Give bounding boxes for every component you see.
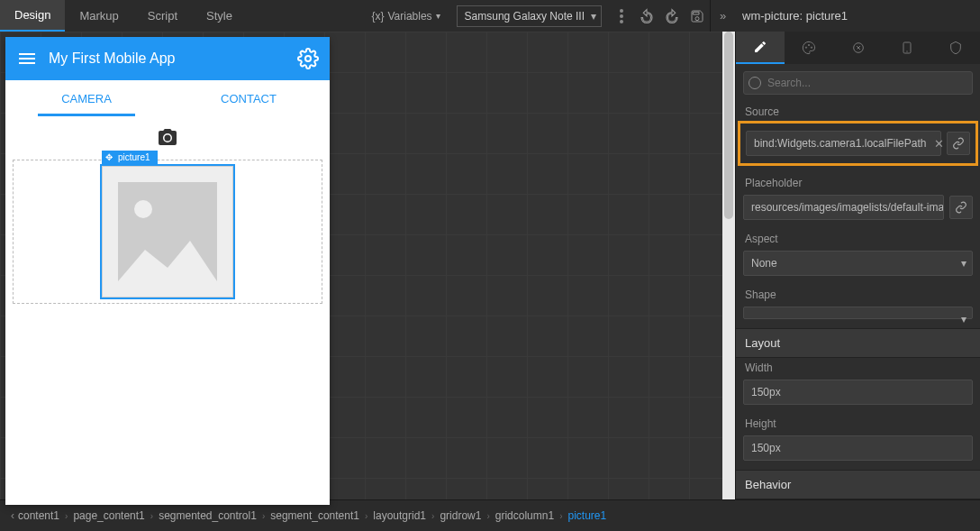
clear-icon[interactable]: ✕ xyxy=(934,137,944,151)
shape-select[interactable] xyxy=(743,307,973,319)
shape-field-row xyxy=(736,307,980,328)
svg-point-5 xyxy=(806,47,807,48)
segment-contact[interactable]: CONTACT xyxy=(168,80,330,116)
hamburger-icon[interactable] xyxy=(16,48,38,69)
top-bar: Design Markup Script Style {x} Variables… xyxy=(0,0,980,32)
breadcrumb-left[interactable]: ‹ xyxy=(7,509,18,522)
app-title: My First Mobile App xyxy=(49,50,297,67)
top-tabs: Design Markup Script Style xyxy=(0,0,247,32)
placeholder-label: Placeholder xyxy=(736,173,980,195)
shape-label: Shape xyxy=(736,285,980,307)
svg-point-3 xyxy=(305,56,311,61)
design-canvas[interactable]: My First Mobile App CAMERA CONTACT pictu… xyxy=(0,32,735,499)
tab-device[interactable] xyxy=(883,32,931,64)
source-field-row: bind:Widgets.camera1.localFilePath ✕ xyxy=(738,121,978,166)
bind-icon[interactable] xyxy=(947,132,970,155)
camera-row xyxy=(5,116,330,160)
properties-panel: Source bind:Widgets.camera1.localFilePat… xyxy=(735,32,980,499)
variables-label: Variables xyxy=(387,10,431,23)
aspect-field-row: None xyxy=(736,251,980,285)
placeholder-input[interactable]: resources/images/imagelists/default-imag… xyxy=(743,195,944,220)
side-panel-collapse[interactable]: » xyxy=(710,0,735,32)
chevron-right-icon: » xyxy=(720,9,726,23)
picture-widget[interactable]: picture1 xyxy=(100,164,235,299)
variables-icon: {x} xyxy=(371,10,384,23)
device-icon xyxy=(900,41,914,55)
widget-header-label: wm-picture: picture1 xyxy=(742,9,848,23)
tab-script[interactable]: Script xyxy=(133,0,192,32)
crumb-segment-content1[interactable]: segment_content1 xyxy=(270,509,359,522)
behavior-section-header[interactable]: Behavior xyxy=(736,470,980,499)
camera-icon[interactable] xyxy=(157,127,178,149)
tab-security[interactable] xyxy=(931,32,980,64)
svg-marker-4 xyxy=(118,241,217,281)
layout-section-header[interactable]: Layout xyxy=(736,328,980,358)
aspect-select[interactable]: None xyxy=(743,251,973,276)
app-header: My First Mobile App xyxy=(5,37,330,80)
device-frame: My First Mobile App CAMERA CONTACT pictu… xyxy=(5,37,330,505)
tab-markup[interactable]: Markup xyxy=(65,0,132,32)
crumb-page-content1[interactable]: page_content1 xyxy=(73,509,144,522)
width-label: Width xyxy=(736,358,980,380)
search-input[interactable] xyxy=(743,71,973,95)
placeholder-image-icon xyxy=(118,182,217,281)
crumb-layoutgrid1[interactable]: layoutgrid1 xyxy=(373,509,426,522)
tab-design[interactable]: Design xyxy=(0,0,65,32)
crumb-content1[interactable]: content1 xyxy=(18,509,59,522)
tab-events[interactable] xyxy=(833,32,882,64)
tab-style[interactable] xyxy=(785,32,833,64)
svg-point-2 xyxy=(620,20,623,23)
crumb-picture1[interactable]: picture1 xyxy=(567,509,606,522)
variables-button[interactable]: {x} Variables ▾ xyxy=(362,10,449,23)
selection-tag[interactable]: picture1 xyxy=(102,151,158,164)
tab-properties[interactable] xyxy=(736,32,785,64)
more-menu-button[interactable] xyxy=(609,0,634,32)
redo-button[interactable] xyxy=(659,0,685,32)
svg-point-6 xyxy=(809,44,810,45)
tab-style[interactable]: Style xyxy=(192,0,247,32)
crumb-gridcolumn1[interactable]: gridcolumn1 xyxy=(495,509,554,522)
segmented-control: CAMERA CONTACT xyxy=(5,80,330,116)
source-input[interactable]: bind:Widgets.camera1.localFilePath xyxy=(746,131,941,156)
gear-icon[interactable] xyxy=(297,48,319,69)
svg-point-1 xyxy=(620,14,623,18)
crumb-segmented-control1[interactable]: segmented_control1 xyxy=(159,509,257,522)
shield-icon xyxy=(948,41,963,55)
grid-row[interactable]: picture1 xyxy=(13,160,322,304)
svg-point-7 xyxy=(812,47,812,48)
grid-column[interactable]: picture1 xyxy=(17,164,318,299)
pencil-icon xyxy=(753,40,767,54)
property-tabs xyxy=(736,32,980,64)
vertical-scrollbar[interactable] xyxy=(722,32,735,499)
height-label: Height xyxy=(736,414,980,435)
save-button[interactable] xyxy=(685,0,710,32)
svg-point-0 xyxy=(620,9,623,13)
aspect-label: Aspect xyxy=(736,229,980,251)
height-input[interactable] xyxy=(743,435,973,461)
events-icon xyxy=(851,41,866,55)
placeholder-field-row: resources/images/imagelists/default-imag… xyxy=(736,195,980,229)
chevron-down-icon: ▾ xyxy=(436,11,440,21)
palette-icon xyxy=(802,41,816,55)
device-select[interactable]: Samsung Galaxy Note III xyxy=(457,5,602,27)
segment-camera[interactable]: CAMERA xyxy=(5,80,168,116)
width-input[interactable] xyxy=(743,380,973,405)
bind-icon[interactable] xyxy=(949,196,973,219)
undo-button[interactable] xyxy=(634,0,659,32)
crumb-gridrow1[interactable]: gridrow1 xyxy=(440,509,481,522)
